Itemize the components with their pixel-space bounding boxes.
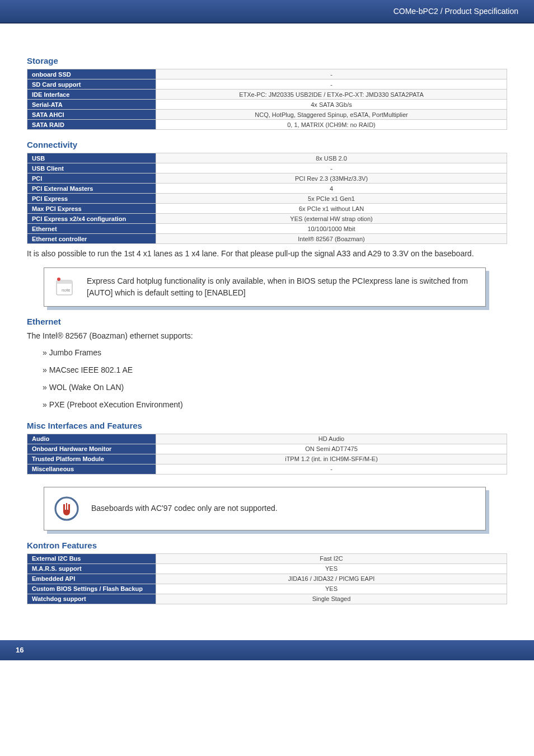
note-callout: note Express Card hotplug functionality … <box>44 267 486 307</box>
row-label: IDE Interface <box>27 90 156 100</box>
row-value: 6x PCIe x1 without LAN <box>156 204 507 214</box>
row-label: onboard SSD <box>27 69 156 79</box>
row-label: External I2C Bus <box>27 553 156 564</box>
row-label: PCI <box>27 173 156 184</box>
row-value: ON Semi ADT7475 <box>156 444 507 454</box>
row-label: Ethernet controller <box>27 234 156 244</box>
table-row: Serial-ATA4x SATA 3Gb/s <box>27 100 507 110</box>
row-value: - <box>156 464 507 474</box>
table-row: SATA AHCINCQ, HotPlug, Staggered Spinup,… <box>27 110 507 120</box>
list-item: » WOL (Wake On LAN) <box>43 382 507 393</box>
table-row: External I2C BusFast I2C <box>27 553 507 564</box>
table-row: PCI Express5x PCIe x1 Gen1 <box>27 194 507 204</box>
row-label: SATA AHCI <box>27 110 156 120</box>
table-row: Embedded APIJIDA16 / JIDA32 / PICMG EAPI <box>27 574 507 584</box>
row-value: 8x USB 2.0 <box>156 153 507 163</box>
row-label: Max PCI Express <box>27 204 156 214</box>
row-value: 10/100/1000 Mbit <box>156 224 507 234</box>
row-value: 4 <box>156 184 507 194</box>
row-value: - <box>156 69 507 79</box>
row-label: Embedded API <box>27 574 156 584</box>
section-title-misc: Misc Interfaces and Features <box>27 421 507 430</box>
row-value: - <box>156 79 507 90</box>
row-label: SD Card support <box>27 79 156 90</box>
table-row: USB8x USB 2.0 <box>27 153 507 163</box>
table-row: PCI External Masters4 <box>27 184 507 194</box>
svg-text:note: note <box>62 288 71 293</box>
list-item: » MACsec IEEE 802.1 AE <box>43 364 507 376</box>
row-value: JIDA16 / JIDA32 / PICMG EAPI <box>156 574 507 584</box>
page-number: 16 <box>16 646 24 654</box>
note-icon: note <box>52 275 77 299</box>
row-label: Trusted Platform Module <box>27 454 156 464</box>
table-row: PCI Express x2/x4 configurationYES (exte… <box>27 214 507 224</box>
row-value: iTPM 1.2 (int. in ICH9M-SFF/M-E) <box>156 454 507 464</box>
warning-text: Baseboards with AC'97 codec only are not… <box>91 503 278 514</box>
ethernet-list: » Jumbo Frames » MACsec IEEE 802.1 AE » … <box>43 347 507 411</box>
row-value: 4x SATA 3Gb/s <box>156 100 507 110</box>
row-value: NCQ, HotPlug, Staggered Spinup, eSATA, P… <box>156 110 507 120</box>
row-label: Miscellaneous <box>27 464 156 474</box>
table-row: Custom BIOS Settings / Flash BackupYES <box>27 584 507 594</box>
table-row: Max PCI Express6x PCIe x1 without LAN <box>27 204 507 214</box>
row-value: 0, 1, MATRIX (ICH9M: no RAID) <box>156 120 507 130</box>
table-row: onboard SSD- <box>27 69 507 79</box>
row-label: Serial-ATA <box>27 100 156 110</box>
row-label: Watchdog support <box>27 594 156 604</box>
table-row: SATA RAID0, 1, MATRIX (ICH9M: no RAID) <box>27 120 507 130</box>
table-row: Onboard Hardware MonitorON Semi ADT7475 <box>27 444 507 454</box>
kontron-table: External I2C BusFast I2C M.A.R.S. suppor… <box>27 553 507 604</box>
misc-table: AudioHD Audio Onboard Hardware MonitorON… <box>27 434 507 475</box>
table-row: Ethernet10/100/1000 Mbit <box>27 224 507 234</box>
list-item: » PXE (Preboot eXecution Environment) <box>43 399 507 411</box>
row-label: SATA RAID <box>27 120 156 130</box>
table-row: AudioHD Audio <box>27 434 507 444</box>
row-label: Audio <box>27 434 156 444</box>
row-label: PCI Express x2/x4 configuration <box>27 214 156 224</box>
section-title-storage: Storage <box>27 56 507 65</box>
table-row: Trusted Platform ModuleiTPM 1.2 (int. in… <box>27 454 507 464</box>
row-label: PCI Express <box>27 194 156 204</box>
row-value: ETXe-PC: JM20335 USB2IDE / ETXe-PC-XT: J… <box>156 90 507 100</box>
stop-hand-icon <box>52 494 81 523</box>
header-title: COMe-bPC2 / Product Specification <box>394 7 518 16</box>
row-label: USB Client <box>27 163 156 173</box>
row-label: USB <box>27 153 156 163</box>
footer-bar: 16 <box>0 640 534 660</box>
row-label: M.A.R.S. support <box>27 564 156 574</box>
row-value: YES <box>156 564 507 574</box>
row-label: PCI External Masters <box>27 184 156 194</box>
note-text: Express Card hotplug functionality is on… <box>87 275 477 299</box>
storage-table: onboard SSD- SD Card support- IDE Interf… <box>27 69 507 130</box>
row-value: - <box>156 163 507 173</box>
svg-point-2 <box>57 278 60 281</box>
row-value: Intel® 82567 (Boazman) <box>156 234 507 244</box>
row-label: Custom BIOS Settings / Flash Backup <box>27 584 156 594</box>
table-row: M.A.R.S. supportYES <box>27 564 507 574</box>
table-row: IDE InterfaceETXe-PC: JM20335 USB2IDE / … <box>27 90 507 100</box>
table-row: Miscellaneous- <box>27 464 507 474</box>
table-row: PCIPCI Rev 2.3 (33MHz/3.3V) <box>27 173 507 184</box>
section-title-kontron: Kontron Features <box>27 541 507 550</box>
connectivity-note: It is also possible to run the 1st 4 x1 … <box>27 247 507 260</box>
row-label: Ethernet <box>27 224 156 234</box>
table-row: SD Card support- <box>27 79 507 90</box>
row-value: Fast I2C <box>156 553 507 564</box>
section-title-connectivity: Connectivity <box>27 140 507 149</box>
row-value: Single Staged <box>156 594 507 604</box>
page-content: Storage onboard SSD- SD Card support- ID… <box>0 24 534 618</box>
list-item: » Jumbo Frames <box>43 347 507 359</box>
row-label: Onboard Hardware Monitor <box>27 444 156 454</box>
table-row: Ethernet controllerIntel® 82567 (Boazman… <box>27 234 507 244</box>
row-value: 5x PCIe x1 Gen1 <box>156 194 507 204</box>
ethernet-intro: The Intel® 82567 (Boazman) ethernet supp… <box>27 330 507 342</box>
row-value: YES <box>156 584 507 594</box>
row-value: YES (external HW strap otion) <box>156 214 507 224</box>
connectivity-table: USB8x USB 2.0 USB Client- PCIPCI Rev 2.3… <box>27 153 507 244</box>
table-row: USB Client- <box>27 163 507 173</box>
table-row: Watchdog supportSingle Staged <box>27 594 507 604</box>
header-bar: COMe-bPC2 / Product Specification <box>0 0 534 24</box>
warning-callout: Baseboards with AC'97 codec only are not… <box>44 487 486 530</box>
section-title-ethernet: Ethernet <box>27 317 507 326</box>
row-value: HD Audio <box>156 434 507 444</box>
